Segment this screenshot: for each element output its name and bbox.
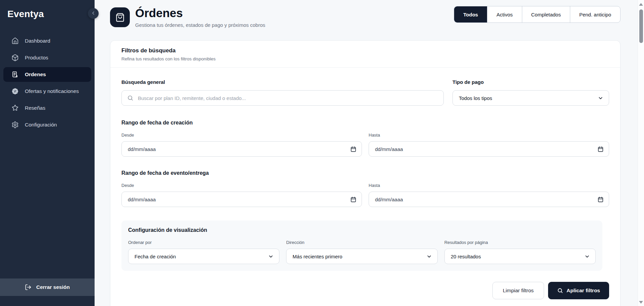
chevron-down-icon <box>598 95 603 101</box>
app-logo: Eventya <box>0 0 95 19</box>
per-page-value: 20 resultados <box>451 254 481 259</box>
calendar-icon[interactable] <box>350 196 357 203</box>
sidebar-item-label: Reseñas <box>25 105 45 111</box>
sidebar-item-label: Ofertas y notificaciones <box>25 88 79 94</box>
receipt-icon <box>11 71 19 78</box>
date-placeholder: dd/mm/aaaa <box>375 197 403 202</box>
event-to-date-input[interactable]: dd/mm/aaaa <box>369 192 609 207</box>
tab-activos[interactable]: Activos <box>487 6 522 22</box>
calendar-icon[interactable] <box>597 196 604 203</box>
page-subtitle: Gestiona tus órdenes, estados de pago y … <box>135 22 265 28</box>
clear-filters-button[interactable]: Limpiar filtros <box>492 282 544 299</box>
sidebar: Eventya Dashboard Productos Ordenes Ofer… <box>0 0 95 306</box>
scrollbar-down-arrow[interactable] <box>639 301 643 304</box>
sort-by-select[interactable]: Fecha de creación <box>128 249 279 264</box>
status-tabs: Todos Activos Completados Pend. anticipo <box>454 6 621 23</box>
search-input[interactable] <box>121 90 444 106</box>
logout-icon <box>25 284 32 291</box>
payment-type-value: Todos los tipos <box>459 95 492 101</box>
event-range-title: Rango de fecha de evento/entrega <box>121 170 609 176</box>
search-icon <box>557 288 563 294</box>
tab-completados[interactable]: Completados <box>522 6 570 22</box>
vertical-scrollbar[interactable] <box>638 0 644 306</box>
payment-type-select[interactable]: Todos los tipos <box>452 90 609 106</box>
date-placeholder: dd/mm/aaaa <box>128 146 156 152</box>
creation-to-label: Hasta <box>369 133 609 138</box>
sidebar-item-ordenes[interactable]: Ordenes <box>3 67 91 82</box>
star-icon <box>11 104 19 112</box>
sort-by-label: Ordenar por <box>128 240 279 245</box>
page-title: Órdenes <box>135 6 265 20</box>
sidebar-item-productos[interactable]: Productos <box>3 50 91 65</box>
filters-card: Filtros de búsqueda Refina tus resultado… <box>110 40 621 306</box>
sidebar-item-resenas[interactable]: Reseñas <box>3 101 91 115</box>
display-settings-title: Configuración de visualización <box>128 227 596 233</box>
calendar-icon[interactable] <box>350 146 357 152</box>
tab-todos[interactable]: Todos <box>454 6 487 22</box>
apply-filters-button[interactable]: Aplicar filtros <box>548 282 609 299</box>
sort-by-value: Fecha de creación <box>135 254 176 259</box>
event-from-date-input[interactable]: dd/mm/aaaa <box>121 192 362 207</box>
logout-button[interactable]: Cerrar sesión <box>0 278 95 296</box>
sidebar-item-label: Productos <box>25 55 48 61</box>
date-placeholder: dd/mm/aaaa <box>375 146 403 152</box>
scrollbar-thumb[interactable] <box>639 9 643 43</box>
creation-from-label: Desde <box>121 133 362 138</box>
gear-icon <box>11 121 19 129</box>
filters-card-header: Filtros de búsqueda Refina tus resultado… <box>110 41 620 68</box>
creation-range-title: Rango de fecha de creación <box>121 120 609 126</box>
creation-to-date-input[interactable]: dd/mm/aaaa <box>369 141 609 157</box>
sidebar-item-label: Dashboard <box>25 38 50 44</box>
scrollbar-up-arrow[interactable] <box>639 3 643 6</box>
direction-value: Más recientes primero <box>292 254 342 259</box>
shopping-bag-icon <box>110 7 130 27</box>
page-header: Órdenes Gestiona tus órdenes, estados de… <box>110 6 621 28</box>
display-settings-panel: Configuración de visualización Ordenar p… <box>121 220 602 271</box>
sidebar-nav: Dashboard Productos Ordenes Ofertas y no… <box>0 34 95 134</box>
direction-select[interactable]: Más recientes primero <box>286 249 437 264</box>
chevron-left-icon <box>91 10 96 17</box>
event-from-label: Desde <box>121 183 362 188</box>
payment-type-label: Tipo de pago <box>452 79 609 85</box>
sidebar-item-label: Configuración <box>25 122 57 128</box>
filters-title: Filtros de búsqueda <box>121 47 609 54</box>
home-icon <box>11 37 19 45</box>
creation-from-date-input[interactable]: dd/mm/aaaa <box>121 141 362 157</box>
calendar-icon[interactable] <box>597 146 604 152</box>
sidebar-item-dashboard[interactable]: Dashboard <box>3 34 91 48</box>
logout-label: Cerrar sesión <box>36 284 70 290</box>
filters-subtitle: Refina tus resultados con los filtros di… <box>121 56 609 61</box>
sidebar-item-configuracion[interactable]: Configuración <box>3 117 91 132</box>
date-placeholder: dd/mm/aaaa <box>128 197 156 202</box>
chevron-down-icon <box>268 254 274 259</box>
sidebar-item-label: Ordenes <box>25 71 46 78</box>
direction-label: Dirección <box>286 240 437 245</box>
per-page-select[interactable]: 20 resultados <box>444 249 596 264</box>
badge-percent-icon <box>11 88 19 95</box>
sidebar-item-ofertas[interactable]: Ofertas y notificaciones <box>3 84 91 99</box>
chevron-down-icon <box>426 254 432 259</box>
package-icon <box>11 54 19 61</box>
search-label: Búsqueda general <box>121 79 444 85</box>
apply-filters-label: Aplicar filtros <box>567 288 600 294</box>
sidebar-collapse-button[interactable] <box>88 8 99 19</box>
main-content: Órdenes Gestiona tus órdenes, estados de… <box>95 0 638 306</box>
per-page-label: Resultados por página <box>444 240 596 245</box>
tab-pend-anticipo[interactable]: Pend. anticipo <box>570 6 620 22</box>
chevron-down-icon <box>584 254 590 259</box>
event-to-label: Hasta <box>369 183 609 188</box>
